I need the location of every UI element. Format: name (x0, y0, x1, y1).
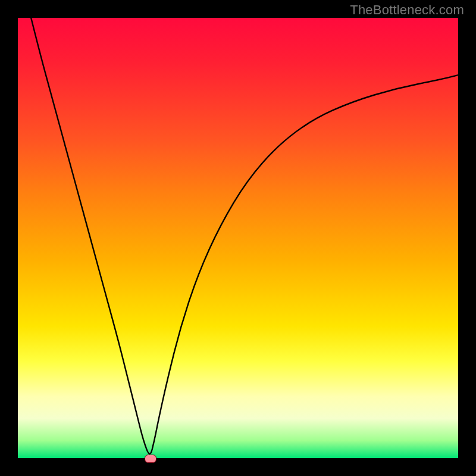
minimum-marker (145, 455, 156, 463)
watermark-text: TheBottleneck.com (350, 2, 464, 18)
chart-frame: TheBottleneck.com (0, 0, 476, 476)
plot-area (18, 18, 458, 458)
curve-svg (18, 18, 458, 458)
bottleneck-curve (31, 18, 458, 454)
